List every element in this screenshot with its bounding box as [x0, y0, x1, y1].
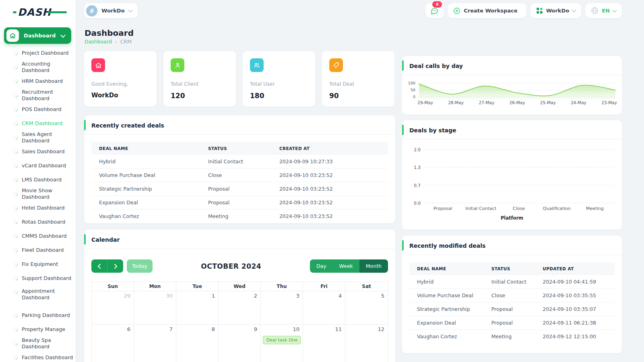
calendar-day-cell[interactable]: 29: [92, 291, 134, 324]
card-header: Calendar: [84, 230, 395, 249]
deal-calls-by-day-card: Deal calls by day 100 50 0: [402, 56, 622, 115]
sidebar-group-dashboard[interactable]: Dashboard: [4, 27, 71, 44]
recently-created-deals-card: Recently created deals DEAL NAME STATUS …: [84, 115, 395, 223]
home-icon: [6, 29, 19, 42]
stat-value: 180: [250, 92, 308, 100]
calendar-day-cell[interactable]: 3: [261, 291, 303, 324]
app-logo[interactable]: DASH: [18, 6, 62, 18]
calendar-view-week[interactable]: Week: [333, 259, 359, 273]
sidebar-item-fix-equipment[interactable]: Fix Equipment: [0, 257, 76, 271]
workspace-avatar: [86, 5, 97, 16]
table-row: Volume Purchase DealClose2024-09-10 03:3…: [409, 289, 615, 302]
calendar-day-cell[interactable]: 9: [219, 324, 261, 362]
language-selector[interactable]: EN: [585, 3, 622, 18]
table-row: HybridInitial Contact2024-09-10 04:41:59: [409, 275, 615, 289]
column-header: DEAL NAME: [91, 142, 204, 155]
sidebar-item-recruitment-dashboard[interactable]: Recruitment Dashboard: [0, 88, 76, 102]
column-header: STATUS: [487, 262, 539, 275]
bar-category-labels: Proposal Initial Contact Close Qualifica…: [424, 206, 614, 211]
bullet-icon: [13, 191, 19, 196]
calendar-day-cell[interactable]: 4: [303, 291, 345, 324]
deals-by-stage-chart: 2.0 1.3 0.7 0.0 Proposal Initial Contact: [402, 140, 622, 221]
bullet-icon: [13, 50, 19, 56]
sidebar-item-project-dashboard[interactable]: Project Dashboard: [0, 46, 76, 60]
sidebar-item-accounting-dashboard[interactable]: Accounting Dashboard: [0, 60, 76, 74]
sidebar-item-fleet-dashboard[interactable]: Fleet Dashboard: [0, 243, 76, 257]
stat-value: 120: [171, 92, 229, 100]
accent-bar: [402, 125, 404, 135]
calendar-prev-button[interactable]: [91, 259, 107, 273]
sidebar-item-cmms-dashboard[interactable]: CMMS Dashboard: [0, 229, 76, 243]
calendar-day-cell[interactable]: 12: [345, 324, 388, 362]
messages-button[interactable]: 0: [425, 3, 444, 18]
sidebar-item-facilities-dashboard[interactable]: Facilities Dashboard: [0, 350, 76, 362]
calendar-day-cell[interactable]: 2: [219, 291, 261, 324]
chevron-down-icon: [60, 33, 66, 38]
calendar-day-cell[interactable]: 1: [176, 291, 219, 324]
calendar-day-cell[interactable]: 5: [345, 291, 388, 324]
bullet-icon: [13, 312, 19, 318]
sidebar-item-property-manage[interactable]: Property Manage: [0, 322, 76, 336]
sidebar-item-sales-agent-dashboard[interactable]: Sales Agent Dashboard: [0, 130, 76, 144]
sidebar-item-lms-dashboard[interactable]: LMS Dashboard: [0, 173, 76, 187]
sidebar-item-vcard-dashboard[interactable]: vCard Dashboard: [0, 158, 76, 173]
calendar-event[interactable]: Deal task One: [263, 336, 301, 344]
calendar-today-button[interactable]: Today: [127, 259, 153, 273]
accent-bar: [402, 60, 404, 71]
calendar-day-cell-with-event[interactable]: 10 Deal task One: [261, 324, 303, 362]
table-header-row: DEAL NAME STATUS CREATED AT: [91, 142, 388, 155]
calendar-week-row: 6 7 8 9 10 Deal task One 11 12: [92, 324, 388, 362]
sidebar-item-beauty-spa-dashboard[interactable]: Beauty Spa Dashboard: [0, 336, 76, 350]
user-menu[interactable]: WorkDo: [530, 3, 582, 18]
calendar-view-switcher: Day Week Month: [310, 259, 388, 273]
sidebar-item-movie-show-dashboard[interactable]: Movie Show Dashboard: [0, 187, 76, 201]
sidebar-item-rotas-dashboard[interactable]: Rotas Dashboard: [0, 215, 76, 229]
sidebar-item-crm-dashboard[interactable]: CRM Dashboard: [0, 116, 76, 130]
table-row: Strategic PartnershipProposal2024-09-10 …: [91, 182, 388, 196]
workspace-name: WorkDo: [101, 8, 125, 14]
bullet-icon: [13, 106, 19, 112]
calendar-day-cell[interactable]: 8: [176, 324, 219, 362]
table-row: Strategic PartnershipProposal2024-09-10 …: [409, 302, 615, 316]
calendar-day-headers: Sun Mon Tue Wed Thu Fri Sat: [92, 282, 388, 291]
sidebar: DASH Dashboard Project Dashboard Account…: [0, 0, 76, 362]
bullet-icon: [13, 120, 19, 126]
logo-dash-right-icon: [48, 11, 67, 13]
sidebar-item-hrm-dashboard[interactable]: HRM Dashboard: [0, 74, 76, 88]
table-header-row: DEAL NAME STATUS UPDATED AT: [409, 262, 615, 275]
sidebar-item-hotel-dashboard[interactable]: Hotel Dashboard: [0, 201, 76, 215]
y-tick: 0: [413, 95, 415, 99]
area-chart-svg: [417, 81, 617, 99]
column-header: UPDATED AT: [539, 262, 615, 275]
sidebar-item-parking-dashboard[interactable]: Parking Dashboard: [0, 308, 76, 322]
calendar-day-cell[interactable]: 30: [134, 291, 176, 324]
x-axis-title: Platform: [410, 215, 614, 221]
sidebar-item-appointment-dashboard[interactable]: Appointment Dashboard: [0, 285, 76, 308]
calendar-view-day[interactable]: Day: [310, 259, 333, 273]
calendar-day-cell[interactable]: 6: [92, 324, 134, 362]
recently-created-deals-table: DEAL NAME STATUS CREATED AT HybridInitia…: [84, 135, 395, 227]
card-header: Deals by stage: [402, 120, 622, 140]
calendar-day-cell[interactable]: 7: [134, 324, 176, 362]
topbar-actions: 0 Create Workspace WorkDo EN: [425, 3, 622, 18]
calendar-view-month[interactable]: Month: [359, 259, 388, 273]
sidebar-item-support-dashboard[interactable]: Support Dashboard: [0, 271, 76, 285]
table-row: Expansion DealProposal2024-09-11 06:21:3…: [409, 316, 615, 330]
table-row: HybridInitial Contact2024-09-09 10:27:33: [91, 155, 388, 169]
calendar-next-button[interactable]: [107, 259, 123, 273]
create-workspace-button[interactable]: Create Workspace: [448, 3, 526, 18]
globe-icon: [591, 7, 599, 14]
breadcrumb-separator-icon: ›: [115, 39, 117, 45]
column-header: CREATED AT: [275, 142, 388, 155]
calendar-day-cell[interactable]: 11: [303, 324, 345, 362]
calendar-month-title: OCTOBER 2024: [153, 262, 310, 270]
breadcrumb-dashboard-link[interactable]: Dashboard: [85, 39, 112, 45]
workspace-switcher[interactable]: WorkDo: [84, 3, 138, 18]
column-header: DEAL NAME: [409, 262, 487, 275]
main-left-column: Good Evening, WorkDo Total Client 120 To…: [84, 51, 395, 362]
bullet-icon: [13, 92, 19, 98]
chevron-left-icon: [97, 264, 101, 269]
sidebar-item-sales-dashboard[interactable]: Sales Dashboard: [0, 144, 76, 158]
sidebar-item-pos-dashboard[interactable]: POS Dashboard: [0, 102, 76, 116]
bars: [424, 149, 614, 203]
